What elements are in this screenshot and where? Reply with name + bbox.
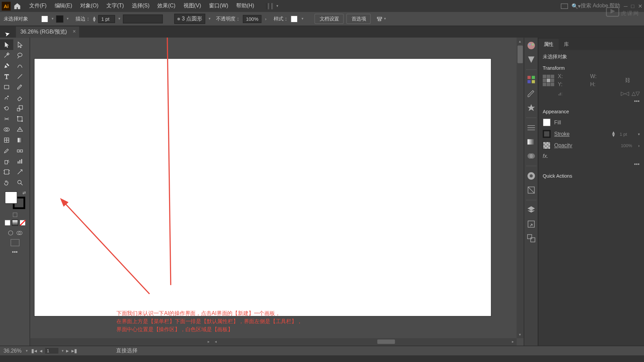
canvas-area[interactable]: 下面我们来认识一下AI的操作界面，点击AI界面的【新建】一个画板， 在界面上方是…: [30, 38, 524, 346]
document-tab[interactable]: 36.26% (RGB/预览) ×: [16, 26, 79, 37]
opacity-input[interactable]: 100%: [243, 15, 262, 23]
brush-definition[interactable]: 3 点圆形: [174, 14, 205, 24]
gradient-tool[interactable]: [13, 135, 27, 145]
rotate-tool[interactable]: [0, 103, 13, 114]
close-button[interactable]: ✕: [638, 3, 642, 9]
appearance-panel-icon[interactable]: [526, 171, 536, 181]
rectangle-tool[interactable]: [0, 82, 13, 93]
panel-stroke-weight[interactable]: 1 pt: [619, 131, 634, 137]
curvature-tool[interactable]: [13, 61, 27, 71]
swatches-panel-icon[interactable]: [526, 74, 536, 85]
menu-edit[interactable]: 编辑(E): [51, 0, 76, 11]
arrange-docs-dropdown[interactable]: ▾: [276, 4, 278, 8]
eraser-tool[interactable]: [13, 93, 27, 103]
perspective-grid-tool[interactable]: [13, 124, 27, 135]
appearance-more-icon[interactable]: •••: [543, 161, 640, 167]
menu-effect[interactable]: 效果(C): [154, 0, 179, 11]
slice-tool[interactable]: [13, 167, 27, 177]
panel-opacity-value[interactable]: 100%: [620, 142, 635, 148]
preferences-button[interactable]: 首选项: [346, 14, 371, 24]
mesh-tool[interactable]: [0, 135, 13, 145]
menu-file[interactable]: 文件(F): [25, 0, 50, 11]
screen-mode-icon[interactable]: [10, 239, 19, 246]
menu-view[interactable]: 视图(V): [180, 0, 205, 11]
flip-v-icon[interactable]: △▽: [632, 90, 640, 96]
align-button[interactable]: ▾: [376, 15, 386, 22]
h-input[interactable]: [599, 81, 618, 87]
hand-tool[interactable]: [0, 177, 13, 188]
width-tool[interactable]: [0, 114, 13, 124]
panel-fill-swatch[interactable]: [543, 118, 551, 126]
artboard-tool[interactable]: [0, 167, 13, 177]
doc-setup-button[interactable]: 文档设置: [315, 14, 344, 24]
symbols-panel-icon[interactable]: [526, 103, 536, 113]
x-input[interactable]: [566, 74, 584, 79]
workspace-icon[interactable]: [561, 3, 568, 9]
fill-dropdown[interactable]: ▾: [52, 17, 53, 21]
maximize-button[interactable]: □: [631, 3, 634, 9]
line-tool[interactable]: [13, 71, 27, 82]
none-mode-icon[interactable]: [19, 220, 25, 226]
home-icon[interactable]: [13, 2, 21, 10]
type-tool[interactable]: [0, 71, 13, 82]
first-artboard-button[interactable]: ▮◂: [31, 348, 37, 354]
paintbrush-tool[interactable]: [13, 82, 27, 93]
gradient-panel-icon[interactable]: [526, 136, 536, 147]
layers-panel-icon[interactable]: [526, 205, 536, 216]
color-panel-icon[interactable]: [526, 40, 536, 51]
transparency-panel-icon[interactable]: [526, 151, 536, 162]
column-graph-tool[interactable]: [13, 156, 27, 167]
vertical-scrollbar[interactable]: ▴ ▾: [517, 38, 524, 338]
artboard-number-input[interactable]: 1: [45, 348, 58, 354]
arrange-docs-icon[interactable]: [266, 3, 273, 9]
stroke-swatch[interactable]: [56, 15, 63, 22]
artboards-panel-icon[interactable]: [526, 233, 536, 244]
variable-width-profile[interactable]: [123, 14, 163, 23]
menu-type[interactable]: 文字(T): [103, 0, 127, 11]
reference-point[interactable]: [543, 75, 554, 86]
lasso-tool[interactable]: [13, 50, 27, 61]
angle-input[interactable]: [565, 90, 584, 96]
fill-swatch[interactable]: [41, 15, 48, 22]
graphic-styles-panel-icon[interactable]: [526, 185, 536, 195]
link-wh-icon[interactable]: ⛓: [625, 77, 630, 83]
search-box[interactable]: 🔍▾ 搜索 Adobe 帮助: [572, 2, 621, 10]
properties-tab[interactable]: 属性: [538, 39, 559, 50]
shaper-tool[interactable]: [0, 93, 13, 103]
direct-selection-tool[interactable]: [13, 39, 27, 50]
zoom-level[interactable]: 36.26%: [4, 348, 22, 354]
fill-stroke-control[interactable]: ⇄: [4, 190, 26, 210]
artboard[interactable]: [35, 59, 491, 316]
menu-select[interactable]: 选择(S): [128, 0, 153, 11]
zoom-tool[interactable]: [13, 177, 27, 188]
horizontal-scrollbar[interactable]: ▸ ◂ ▸: [30, 338, 517, 346]
last-artboard-button[interactable]: ▸▮: [71, 348, 77, 354]
magic-wand-tool[interactable]: [0, 50, 13, 61]
edit-toolbar-button[interactable]: •••: [0, 246, 30, 258]
stroke-weight-input[interactable]: 1 pt: [98, 15, 115, 23]
pen-tool[interactable]: [0, 61, 13, 71]
transform-more-icon[interactable]: •••: [543, 98, 640, 104]
minimize-button[interactable]: ─: [624, 3, 628, 9]
brushes-panel-icon[interactable]: [526, 88, 536, 99]
stroke-dropdown[interactable]: ▾: [67, 17, 68, 21]
scale-tool[interactable]: [13, 103, 27, 114]
fx-button[interactable]: fx.: [543, 153, 548, 159]
blend-tool[interactable]: [13, 145, 27, 156]
tab-close-icon[interactable]: ×: [73, 28, 76, 34]
draw-normal-icon[interactable]: [7, 229, 14, 236]
eyedropper-tool[interactable]: [0, 145, 13, 156]
menu-help[interactable]: 帮助(H): [233, 0, 258, 11]
symbol-sprayer-tool[interactable]: [0, 156, 13, 167]
panel-opacity-swatch[interactable]: [543, 141, 551, 149]
panel-stroke-swatch[interactable]: [543, 130, 551, 138]
gradient-mode-icon[interactable]: [12, 220, 18, 226]
default-fs-icon[interactable]: [13, 213, 17, 217]
menu-window[interactable]: 窗口(W): [206, 0, 232, 11]
asset-export-panel-icon[interactable]: [526, 219, 536, 230]
style-swatch[interactable]: [291, 15, 298, 22]
y-input[interactable]: [566, 81, 584, 87]
color-guide-panel-icon[interactable]: [526, 54, 536, 65]
flip-h-icon[interactable]: ▷◁: [621, 90, 629, 96]
next-artboard-button[interactable]: ▸: [66, 348, 69, 354]
